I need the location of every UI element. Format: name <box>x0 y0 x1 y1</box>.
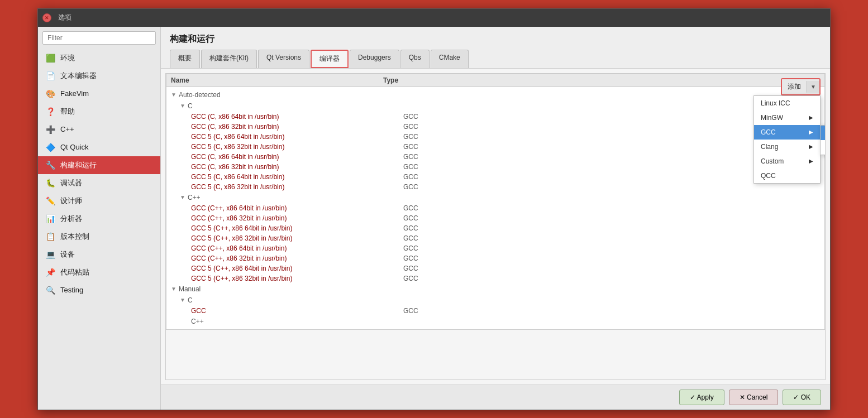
sidebar-item-code-paste[interactable]: 📌 代码粘贴 <box>38 263 160 281</box>
sidebar-label-help: 帮助 <box>60 107 75 117</box>
tab-debuggers[interactable]: Debuggers <box>350 50 399 68</box>
close-button[interactable]: ✕ <box>42 13 51 22</box>
cancel-button[interactable]: ✕ Cancel <box>729 390 779 405</box>
dropdown-item-custom[interactable]: Custom ▶ <box>754 154 820 169</box>
sidebar-item-devices[interactable]: 💻 设备 <box>38 246 160 263</box>
cpp-row-type-6: GCC <box>403 265 515 272</box>
c-row-0[interactable]: GCC (C, x86 64bit in /usr/bin) GCC <box>166 112 824 122</box>
sidebar-item-build-run[interactable]: 🔧 构建和运行 <box>38 156 160 174</box>
cpp-row-type-3: GCC <box>403 234 515 242</box>
c-row-name-4: GCC (C, x86 64bit in /usr/bin) <box>191 153 403 161</box>
c-row-name-1: GCC (C, x86 32bit in /usr/bin) <box>191 123 403 131</box>
dropdown-item-clang[interactable]: Clang ▶ <box>754 140 820 154</box>
cpp-row-type-2: GCC <box>403 224 515 232</box>
manual-c-text: C <box>188 296 193 304</box>
tab-overview[interactable]: 概要 <box>170 50 200 68</box>
main-window: ✕ 选项 🟩 环境 📄 文本编辑器 🎨 FakeVim ❓ 帮助 ➕ C++ 🔷… <box>37 8 831 410</box>
panel-title: 构建和运行 <box>170 33 821 45</box>
gcc-sub-cpp[interactable]: C++ <box>821 140 826 155</box>
c-row-name-7: GCC 5 (C, x86 32bit in /usr/bin) <box>191 183 403 191</box>
c-row-1[interactable]: GCC (C, x86 32bit in /usr/bin) GCC <box>166 122 824 132</box>
tab-qt-versions[interactable]: Qt Versions <box>258 50 309 68</box>
sidebar-item-text-editor[interactable]: 📄 文本编辑器 <box>38 67 160 85</box>
add-button-area: 添加 ▼ Linux ICC MinGW ▶ <box>781 78 821 95</box>
cpp-row-name-4: GCC (C++, x86 64bit in /usr/bin) <box>191 244 403 252</box>
sidebar-icon-help: ❓ <box>45 106 56 117</box>
cpp-row-3[interactable]: GCC 5 (C++, x86 32bit in /usr/bin) GCC <box>166 233 824 243</box>
sidebar-item-testing[interactable]: 🔍 Testing <box>38 281 160 299</box>
add-button[interactable]: 添加 ▼ <box>781 78 821 95</box>
sidebar-icon-code-paste: 📌 <box>45 267 56 278</box>
ok-button[interactable]: ✓ OK <box>783 390 821 405</box>
sidebar-label-fakevim: FakeVim <box>60 89 89 98</box>
sidebar-item-environment[interactable]: 🟩 环境 <box>38 49 160 67</box>
filter-input[interactable] <box>42 31 156 45</box>
c-row-5[interactable]: GCC (C, x86 32bit in /usr/bin) GCC <box>166 162 824 172</box>
cpp-row-type-4: GCC <box>403 244 515 252</box>
cpp-row-7[interactable]: GCC 5 (C++, x86 32bit in /usr/bin) GCC <box>166 273 824 284</box>
gcc-sub-c[interactable]: C <box>821 126 826 140</box>
sidebar-icon-analyzer: 📊 <box>45 213 56 224</box>
apply-button[interactable]: ✓ Apply <box>679 390 724 405</box>
c-row-name-6: GCC 5 (C, x86 64bit in /usr/bin) <box>191 173 403 181</box>
manual-gcc-name: GCC <box>191 307 403 315</box>
table-area: Name Type ▼ Auto-detected ▼ <box>166 74 825 330</box>
manual-c-arrow: ▼ <box>180 297 185 303</box>
sidebar-item-debugger[interactable]: 🐛 调试器 <box>38 174 160 192</box>
dropdown-linux-icc-label: Linux ICC <box>761 99 790 107</box>
cpp-group-label: ▼ C++ <box>166 192 824 203</box>
col-name-header: Name <box>171 76 383 84</box>
c-row-7[interactable]: GCC 5 (C, x86 32bit in /usr/bin) GCC <box>166 182 824 192</box>
sidebar-icon-devices: 💻 <box>45 249 56 260</box>
cpp-row-6[interactable]: GCC 5 (C++, x86 64bit in /usr/bin) GCC <box>166 263 824 273</box>
main-content: 🟩 环境 📄 文本编辑器 🎨 FakeVim ❓ 帮助 ➕ C++ 🔷 Qt Q… <box>38 27 830 410</box>
tab-compilers[interactable]: 编译器 <box>311 50 349 68</box>
cpp-row-name-2: GCC 5 (C++, x86 64bit in /usr/bin) <box>191 224 403 232</box>
c-row-name-5: GCC (C, x86 32bit in /usr/bin) <box>191 163 403 171</box>
sidebar-item-help[interactable]: ❓ 帮助 <box>38 103 160 121</box>
sidebar-icon-qt-quick: 🔷 <box>45 142 56 153</box>
sidebar-item-designer[interactable]: ✏️ 设计师 <box>38 192 160 210</box>
c-row-type-5: GCC <box>403 163 515 171</box>
tabs-bar: 概要构建套件(Kit)Qt Versions编译器DebuggersQbsCMa… <box>170 50 821 68</box>
sidebar-item-fakevim[interactable]: 🎨 FakeVim <box>38 85 160 103</box>
dropdown-item-mingw[interactable]: MinGW ▶ <box>754 110 820 125</box>
cpp-row-5[interactable]: GCC (C++, x86 32bit in /usr/bin) GCC <box>166 253 824 263</box>
c-row-3[interactable]: GCC 5 (C, x86 32bit in /usr/bin) GCC <box>166 142 824 152</box>
sidebar-item-analyzer[interactable]: 📊 分析器 <box>38 210 160 228</box>
c-row-name-2: GCC 5 (C, x86 64bit in /usr/bin) <box>191 133 403 141</box>
cpp-row-1[interactable]: GCC (C++, x86 32bit in /usr/bin) GCC <box>166 213 824 223</box>
manual-cpp-label: C++ <box>166 316 824 327</box>
sidebar-icon-fakevim: 🎨 <box>45 88 56 99</box>
sidebar-label-vcs: 版本控制 <box>60 232 89 242</box>
tab-kit[interactable]: 构建套件(Kit) <box>201 50 257 68</box>
cpp-row-type-7: GCC <box>403 275 515 282</box>
cpp-row-2[interactable]: GCC 5 (C++, x86 64bit in /usr/bin) GCC <box>166 223 824 233</box>
sidebar-item-vcs[interactable]: 📋 版本控制 <box>38 228 160 246</box>
dropdown-item-linux-icc[interactable]: Linux ICC <box>754 96 820 110</box>
manual-label: Manual <box>179 285 201 293</box>
cpp-row-name-6: GCC 5 (C++, x86 64bit in /usr/bin) <box>191 265 403 272</box>
c-row-type-2: GCC <box>403 133 515 141</box>
sidebar-label-build-run: 构建和运行 <box>60 160 97 170</box>
dropdown-item-qcc[interactable]: QCC <box>754 169 820 183</box>
dropdown-item-gcc[interactable]: GCC ▶ C C++ <box>754 125 820 140</box>
add-button-label: 添加 <box>782 79 807 94</box>
sidebar-label-cpp: C++ <box>60 125 74 133</box>
sidebar-icon-environment: 🟩 <box>45 52 56 64</box>
cpp-row-name-1: GCC (C++, x86 32bit in /usr/bin) <box>191 214 403 222</box>
sidebar-item-cpp[interactable]: ➕ C++ <box>38 121 160 138</box>
c-row-4[interactable]: GCC (C, x86 64bit in /usr/bin) GCC <box>166 152 824 162</box>
cpp-row-4[interactable]: GCC (C++, x86 64bit in /usr/bin) GCC <box>166 243 824 253</box>
manual-arrow: ▼ <box>171 286 177 292</box>
c-row-2[interactable]: GCC 5 (C, x86 64bit in /usr/bin) GCC <box>166 132 824 142</box>
panel-body: 添加 ▼ Linux ICC MinGW ▶ <box>161 69 830 385</box>
sidebar-item-qt-quick[interactable]: 🔷 Qt Quick <box>38 138 160 156</box>
sidebar-label-qt-quick: Qt Quick <box>60 143 89 151</box>
tab-qbs[interactable]: Qbs <box>400 50 430 68</box>
tab-cmake[interactable]: CMake <box>431 50 469 68</box>
cpp-row-0[interactable]: GCC (C++, x86 64bit in /usr/bin) GCC <box>166 203 824 213</box>
c-row-6[interactable]: GCC 5 (C, x86 64bit in /usr/bin) GCC <box>166 172 824 182</box>
manual-gcc-row: GCC GCC <box>166 306 824 316</box>
add-dropdown-menu: Linux ICC MinGW ▶ GCC ▶ <box>753 95 821 184</box>
